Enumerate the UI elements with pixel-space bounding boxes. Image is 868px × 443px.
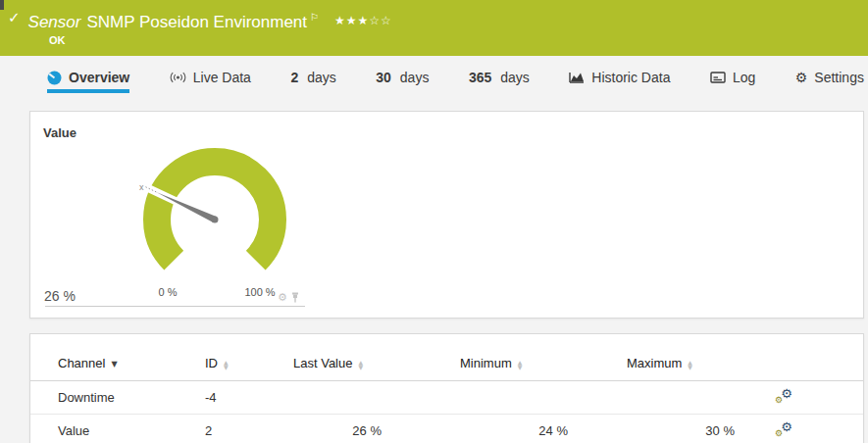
- tab-live-data[interactable]: Live Data: [170, 70, 251, 93]
- tab-settings[interactable]: ⚙ Settings: [795, 70, 864, 93]
- sensor-name: SNMP Poseidon Environment: [86, 13, 307, 31]
- column-header-actions: [754, 334, 813, 381]
- minimum-cell: 24 %: [460, 415, 587, 443]
- gear-small: ⚙: [775, 395, 783, 405]
- tab-30-days-label: days: [400, 70, 430, 85]
- window-corner-decoration: [0, 0, 4, 10]
- tab-overview-label: Overview: [69, 70, 129, 85]
- column-header-maximum-label: Maximum: [627, 356, 682, 370]
- maximum-cell: [627, 381, 754, 415]
- tab-2-days-label: days: [307, 70, 336, 85]
- sensor-header: ✓ SensorSNMP Poseidon Environment⚐★★★☆☆ …: [0, 0, 868, 56]
- column-header-minimum-label: Minimum: [460, 356, 512, 370]
- tab-log-label: Log: [733, 70, 755, 85]
- tab-bar: Overview Live Data 2 days 30 days 365 da…: [0, 56, 868, 108]
- gear-big: ⚙: [781, 386, 792, 401]
- tab-365-days-label: days: [500, 70, 530, 85]
- gauge-panel: Value x 0 % 100 % 26 % ⚙: [29, 111, 864, 319]
- sort-desc-icon: ▼: [111, 360, 117, 369]
- column-spacer: [401, 334, 460, 381]
- tab-log[interactable]: Log: [710, 70, 755, 93]
- channel-name-cell[interactable]: Downtime: [30, 381, 205, 415]
- column-header-last-value[interactable]: Last Value▲▼: [293, 334, 401, 381]
- channel-name-cell[interactable]: Value: [30, 415, 205, 443]
- gear-icon: ⚙: [795, 71, 808, 84]
- status-ok-check-icon: ✓: [8, 9, 21, 26]
- gauge-needle-hub: [212, 217, 219, 223]
- stars-empty: ☆☆: [369, 14, 392, 27]
- channel-table: Channel▼ ID▲▼ Last Value▲▼ Minimum▲▼ Max…: [30, 334, 863, 443]
- column-header-channel-label: Channel: [58, 356, 105, 370]
- tab-2-days-number: 2: [290, 70, 298, 85]
- gear-big: ⚙: [781, 419, 792, 434]
- tab-365-days[interactable]: 365 days: [469, 70, 530, 93]
- channel-id-cell: 2: [205, 415, 293, 443]
- gauge-baseline: [45, 306, 305, 307]
- sort-both-icon: ▲▼: [688, 360, 692, 369]
- tab-2-days[interactable]: 2 days: [290, 70, 335, 93]
- tab-30-days[interactable]: 30 days: [376, 70, 429, 93]
- channel-settings-icon[interactable]: ⚙⚙: [775, 388, 792, 404]
- pin-icon[interactable]: [291, 292, 299, 303]
- page-title: SensorSNMP Poseidon Environment⚐★★★☆☆: [28, 7, 392, 34]
- tab-settings-label: Settings: [814, 70, 864, 85]
- tab-historic-data[interactable]: Historic Data: [569, 70, 670, 93]
- table-row-value: Value 2 26 % 24 % 30 % ⚙⚙: [30, 415, 863, 443]
- column-header-maximum[interactable]: Maximum▲▼: [627, 334, 754, 381]
- gauge-scale-min-label: 0 %: [159, 286, 178, 298]
- channel-table-panel: Channel▼ ID▲▼ Last Value▲▼ Minimum▲▼ Max…: [29, 333, 864, 443]
- column-spacer: [813, 334, 863, 381]
- tab-historic-data-label: Historic Data: [591, 70, 670, 85]
- column-header-channel[interactable]: Channel▼: [30, 334, 205, 381]
- gauge-scale-max-label: 100 %: [244, 286, 275, 298]
- sort-both-icon: ▲▼: [518, 360, 523, 369]
- table-header-row: Channel▼ ID▲▼ Last Value▲▼ Minimum▲▼ Max…: [30, 334, 863, 381]
- tab-30-days-number: 30: [376, 70, 391, 85]
- object-type-label: Sensor: [28, 13, 81, 31]
- column-header-minimum[interactable]: Minimum▲▼: [460, 334, 587, 381]
- gauge-arc: [157, 162, 273, 261]
- gauge-settings-icon[interactable]: ⚙: [278, 292, 287, 303]
- tab-live-data-label: Live Data: [193, 70, 251, 85]
- gear-small: ⚙: [775, 428, 783, 438]
- last-value-cell: 26 %: [293, 415, 401, 443]
- column-header-last-value-label: Last Value: [293, 356, 352, 370]
- sort-both-icon: ▲▼: [358, 360, 363, 369]
- stars-filled: ★★★: [334, 14, 369, 27]
- area-chart-icon: [569, 72, 585, 83]
- value-gauge-chart: x 0 % 100 %: [30, 112, 442, 320]
- status-badge: OK: [49, 34, 868, 46]
- maximum-cell: 30 %: [627, 415, 754, 443]
- channel-settings-icon[interactable]: ⚙⚙: [775, 421, 792, 437]
- minimum-cell: [460, 381, 587, 415]
- tab-365-days-number: 365: [469, 70, 491, 85]
- sort-both-icon: ▲▼: [224, 360, 229, 369]
- gauge-tip-marker: x: [139, 182, 144, 192]
- broadcast-icon: [170, 72, 186, 83]
- column-header-id-label: ID: [205, 356, 218, 370]
- gauge-icon: [47, 71, 62, 85]
- priority-stars[interactable]: ★★★☆☆: [334, 14, 392, 27]
- tab-overview[interactable]: Overview: [47, 70, 129, 93]
- channel-id-cell: -4: [205, 381, 293, 415]
- flag-icon[interactable]: ⚐: [310, 12, 319, 23]
- gauge-current-value: 26 %: [44, 288, 76, 304]
- last-value-cell: [293, 381, 401, 415]
- column-header-id[interactable]: ID▲▼: [205, 334, 293, 381]
- column-spacer: [587, 334, 627, 381]
- log-icon: [710, 72, 726, 83]
- table-row-downtime: Downtime -4 ⚙⚙: [30, 381, 863, 415]
